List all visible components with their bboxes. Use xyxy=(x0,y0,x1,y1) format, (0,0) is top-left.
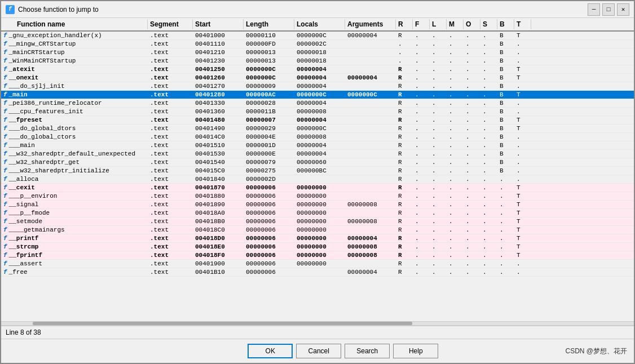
cell-segment: .text xyxy=(148,184,193,192)
cell-locals xyxy=(294,175,345,183)
table-row[interactable]: f _atexit .text 00401250 0000000C 000000… xyxy=(1,65,634,74)
cell-l: . xyxy=(430,40,447,48)
cell-function-name: f __fpreset xyxy=(1,116,148,124)
window-controls[interactable]: ─ □ ✕ xyxy=(588,3,629,16)
table-row[interactable]: f ____getmainargs .text 004018C0 0000000… xyxy=(1,226,634,234)
cell-m: . xyxy=(447,108,464,116)
cell-length: 00000275 xyxy=(244,167,294,175)
table-row[interactable]: f __printf .text 004018D0 00000006 00000… xyxy=(1,234,634,243)
table-row[interactable]: f ___assert .text 00401900 00000006 0000… xyxy=(1,260,634,268)
cell-t: T xyxy=(514,91,531,99)
function-icon: f xyxy=(3,83,7,90)
table-row[interactable]: f __setmode .text 004018B0 00000006 0000… xyxy=(1,217,634,226)
table-row[interactable]: f _WinMainCRTStartup .text 00401230 0000… xyxy=(1,57,634,65)
cell-t: . xyxy=(514,260,531,268)
cell-locals: 00000000 xyxy=(294,226,345,234)
cell-function-name: f _atexit xyxy=(1,65,148,73)
horizontal-scrollbar[interactable] xyxy=(1,321,634,326)
table-row[interactable]: f ___main .text 00401510 0000001D 000000… xyxy=(1,141,634,150)
function-icon: f xyxy=(3,74,7,81)
function-icon: f xyxy=(3,243,7,250)
cell-o: . xyxy=(464,192,480,200)
cell-locals: 00000018 xyxy=(294,57,345,65)
cell-f: . xyxy=(413,167,430,175)
table-row[interactable]: f __fpreset .text 00401480 00000007 0000… xyxy=(1,116,634,125)
function-icon: f xyxy=(3,210,7,216)
cell-r: R xyxy=(396,82,413,90)
cell-b: B xyxy=(497,57,514,65)
cell-length: 00000029 xyxy=(244,125,294,132)
cell-r: R xyxy=(396,234,413,242)
cell-o: . xyxy=(464,116,480,124)
cell-length: 00000006 xyxy=(244,268,294,276)
cell-length: 0000011B xyxy=(244,108,294,116)
cell-l: . xyxy=(430,48,447,56)
table-row[interactable]: f ___p__fmode .text 004018A0 00000006 00… xyxy=(1,209,634,217)
cell-f: . xyxy=(413,116,430,124)
table-row[interactable]: f _pei386_runtime_relocator .text 004013… xyxy=(1,99,634,108)
search-button[interactable]: Search xyxy=(345,344,390,358)
cell-start: 00401480 xyxy=(193,116,244,124)
cell-function-name: f _free xyxy=(1,268,148,276)
cell-length: 00000013 xyxy=(244,57,294,65)
table-row[interactable]: f __cexit .text 00401870 00000006 000000… xyxy=(1,184,634,192)
table-row[interactable]: f __alloca .text 00401840 0000002D R . .… xyxy=(1,175,634,184)
table-row[interactable]: f __onexit .text 00401260 0000000C 00000… xyxy=(1,74,634,82)
table-row[interactable]: f ___w32_sharedptr_initialize .text 0040… xyxy=(1,167,634,175)
cell-segment: .text xyxy=(148,268,193,276)
function-icon: f xyxy=(3,269,7,276)
cell-m: . xyxy=(447,251,464,259)
table-row[interactable]: f __fprintf .text 004018F0 00000006 0000… xyxy=(1,251,634,260)
cell-start: 00401900 xyxy=(193,260,244,268)
table-row[interactable]: f __mingw_CRTStartup .text 00401110 0000… xyxy=(1,40,634,48)
maximize-button[interactable]: □ xyxy=(602,3,615,16)
cell-s: . xyxy=(480,74,497,82)
table-row[interactable]: f ___do_global_dtors .text 00401490 0000… xyxy=(1,125,634,133)
cell-r: R xyxy=(396,260,413,268)
cell-s: . xyxy=(480,48,497,56)
table-row[interactable]: f _main .text 00401280 000000AC 0000000C… xyxy=(1,91,634,99)
table-row[interactable]: f _mainCRTStartup .text 00401210 0000001… xyxy=(1,48,634,57)
cell-o: . xyxy=(464,167,480,175)
cell-l: . xyxy=(430,133,447,141)
cell-locals: 0000000C xyxy=(294,32,345,39)
cell-start: 004018C0 xyxy=(193,226,244,234)
table-row[interactable]: f __signal .text 00401890 00000006 00000… xyxy=(1,201,634,209)
table-row[interactable]: f __w32_sharedptr_default_unexpected .te… xyxy=(1,150,634,158)
cell-arguments xyxy=(345,116,396,124)
function-icon: f xyxy=(3,150,7,157)
table-row[interactable]: f ___do_sjlj_init .text 00401270 0000000… xyxy=(1,82,634,91)
table-row[interactable]: f __strcmp .text 004018E0 00000006 00000… xyxy=(1,243,634,251)
cell-r: R xyxy=(396,158,413,166)
table-row[interactable]: f _gnu_exception_handler(x) .text 004010… xyxy=(1,32,634,40)
function-icon: f xyxy=(3,66,7,73)
scroll-thumb[interactable] xyxy=(33,322,412,325)
table-row[interactable]: f ___p__environ .text 00401880 00000006 … xyxy=(1,192,634,201)
table-row[interactable]: f ___cpu_features_init .text 00401360 00… xyxy=(1,108,634,116)
cell-t: T xyxy=(514,116,531,124)
col-t: T xyxy=(514,19,531,29)
cell-r: R xyxy=(396,243,413,251)
cell-r: . xyxy=(396,48,413,56)
minimize-button[interactable]: ─ xyxy=(588,3,600,16)
cell-o: . xyxy=(464,108,480,116)
cancel-button[interactable]: Cancel xyxy=(296,344,341,358)
cell-o: . xyxy=(464,175,480,183)
cell-start: 004014C0 xyxy=(193,133,244,141)
cell-start: 00401B10 xyxy=(193,268,244,276)
cell-r: R xyxy=(396,175,413,183)
table-body: f _gnu_exception_handler(x) .text 004010… xyxy=(1,32,634,321)
table-row[interactable]: f __w32_sharedptr_get .text 00401540 000… xyxy=(1,158,634,167)
help-button[interactable]: Help xyxy=(393,344,438,358)
cell-o: . xyxy=(464,125,480,132)
action-buttons[interactable]: OK Cancel Search Help xyxy=(248,344,438,358)
cell-m: . xyxy=(447,48,464,56)
table-row[interactable]: f _free .text 00401B10 00000006 00000004… xyxy=(1,268,634,277)
cell-length: 0000000C xyxy=(244,65,294,73)
cell-r: R xyxy=(396,99,413,107)
ok-button[interactable]: OK xyxy=(248,344,293,358)
close-button[interactable]: ✕ xyxy=(617,3,629,16)
cell-o: . xyxy=(464,57,480,65)
table-row[interactable]: f ___do_global_ctors .text 004014C0 0000… xyxy=(1,133,634,141)
cell-t: . xyxy=(514,141,531,149)
